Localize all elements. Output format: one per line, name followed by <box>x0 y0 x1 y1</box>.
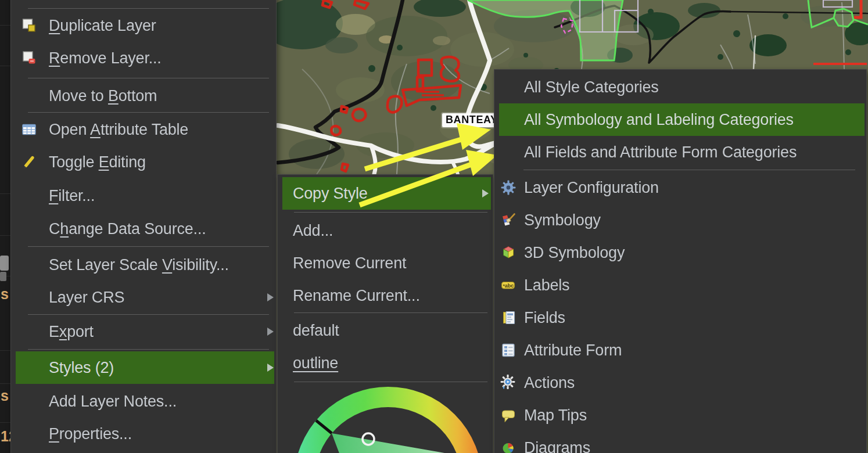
qgis-window: BANTEAY s s 12 Duplicate LayerRemove Lay… <box>0 0 868 453</box>
menu-item-label: Remove Layer... <box>49 49 162 67</box>
attribute-form-icon <box>500 342 517 358</box>
label-mnemonic: P <box>49 425 59 443</box>
menu-item-remove-current[interactable]: Remove Current <box>282 247 491 279</box>
menu-separator <box>28 112 269 113</box>
menu-item-style-outline[interactable]: outline <box>282 347 491 379</box>
menu-item-label: Diagrams <box>524 439 590 453</box>
menu-item-symbology[interactable]: Symbology <box>499 204 865 236</box>
menu-item-label: Properties... <box>49 425 132 443</box>
menu-item-copy-style[interactable]: Copy Style <box>282 177 491 210</box>
menu-item-add-layer-notes[interactable]: Add Layer Notes... <box>16 385 274 418</box>
menu-item-label: outline <box>293 354 338 372</box>
menu-separator <box>28 78 269 78</box>
submenu-arrow-icon <box>482 189 489 197</box>
label-pre: Layer Configuration <box>524 179 659 196</box>
panel-item-icon-fragment <box>0 272 6 281</box>
menu-item-actions[interactable]: Actions <box>499 366 865 399</box>
label-pre: Rename Current... <box>293 287 420 304</box>
menu-item-label: Styles (2) <box>49 359 114 377</box>
remove-layer-icon <box>21 50 37 66</box>
submenu-arrow-icon <box>267 293 274 301</box>
menu-item-label: All Fields and Attribute Form Categories <box>524 143 797 161</box>
menu-item-change-data-source[interactable]: Change Data Source... <box>16 213 274 245</box>
label-post: isibility... <box>172 256 229 274</box>
menu-item-layer-crs[interactable]: Layer CRS <box>16 281 274 314</box>
menu-item-label: Symbology <box>524 211 601 229</box>
submenu-arrow-icon <box>267 364 274 372</box>
menu-item-attribute-form[interactable]: Attribute Form <box>499 334 865 366</box>
menu-item-label: Duplicate Layer <box>49 17 156 35</box>
label-pre: Actions <box>524 374 575 391</box>
menu-separator <box>28 349 269 350</box>
menu-item-label: Toggle Editing <box>49 153 146 171</box>
menu-item-open-attribute-table[interactable]: Open Attribute Table <box>16 113 274 146</box>
menu-item-label: Set Layer Scale Visibility... <box>49 256 229 274</box>
label-post: ange Data Source... <box>69 220 206 238</box>
label-mnemonic: h <box>60 220 69 238</box>
duplicate-layer-icon <box>21 17 37 34</box>
layers-panel-edge: s s 12 <box>0 0 10 453</box>
menu-item-remove-layer[interactable]: Remove Layer... <box>16 42 274 74</box>
symbology-icon <box>500 212 517 228</box>
menu-item-label: Copy Style <box>293 185 368 203</box>
menu-item-set-layer-scale-visibility[interactable]: Set Layer Scale Visibility... <box>16 249 274 281</box>
menu-item-diagrams[interactable]: Diagrams <box>499 432 865 453</box>
layer-context-menu: Duplicate LayerRemove Layer...Move to Bo… <box>10 0 277 453</box>
menu-item-styles[interactable]: Styles (2) <box>16 351 274 384</box>
label-mnemonic: D <box>49 17 60 34</box>
menu-item-toggle-editing[interactable]: Toggle Editing <box>16 146 274 178</box>
attribute-table-icon <box>21 121 37 138</box>
menu-item-filter[interactable]: Filter... <box>16 179 274 212</box>
label-mnemonic: E <box>99 153 109 171</box>
menu-item-fields[interactable]: Fields <box>499 301 865 334</box>
menu-item-style-default[interactable]: default <box>282 314 491 347</box>
label-post: diting <box>109 153 145 171</box>
label-mnemonic: F <box>49 187 58 204</box>
menu-item-label: default <box>293 322 339 340</box>
menu-item-label: Labels <box>524 276 569 294</box>
3d-symbology-icon <box>500 245 517 261</box>
label-post: port <box>67 323 94 340</box>
layer-name-fragment: s <box>1 286 9 303</box>
menu-separator <box>294 312 487 313</box>
label-mnemonic: A <box>90 121 101 138</box>
label-pre: Add... <box>293 222 333 239</box>
panel-item-icon-fragment <box>0 256 9 271</box>
menu-item-label: Add Layer Notes... <box>49 393 177 411</box>
style-categories-submenu: All Style CategoriesAll Symbology and La… <box>494 69 867 453</box>
label-mnemonic: B <box>108 87 119 105</box>
menu-item-map-tips[interactable]: Map Tips <box>499 399 865 432</box>
menu-item-all-symbology-and-labeling-categories[interactable]: All Symbology and Labeling Categories <box>499 103 865 136</box>
color-wheel-selector[interactable] <box>363 433 374 445</box>
menu-item-add-style[interactable]: Add... <box>282 214 491 247</box>
menu-item-export[interactable]: Export <box>16 315 274 348</box>
menu-item-rename-current[interactable]: Rename Current... <box>282 279 491 312</box>
label-mnemonic: V <box>162 256 172 274</box>
layer-configuration-icon <box>500 179 517 196</box>
menu-item-layer-configuration[interactable]: Layer Configuration <box>499 171 865 204</box>
label-pre: Toggle <box>49 153 99 171</box>
menu-item-duplicate-layer[interactable]: Duplicate Layer <box>16 9 274 42</box>
menu-item-all-fields-and-attribute-form-categories[interactable]: All Fields and Attribute Form Categories <box>499 136 865 168</box>
label-pre: All Symbology and Labeling Categories <box>524 111 794 128</box>
menu-separator <box>294 382 487 382</box>
label-pre: Open <box>49 121 90 138</box>
label-post: ttribute Table <box>101 121 188 138</box>
menu-item-all-style-categories[interactable]: All Style Categories <box>499 71 865 103</box>
menu-item-move-to-bottom[interactable]: Move to Bottom <box>16 80 274 112</box>
menu-item-labels[interactable]: abcLabels <box>499 269 865 301</box>
menu-separator <box>28 246 269 247</box>
menu-item-label: Export <box>49 323 94 341</box>
label-pre: default <box>293 322 339 339</box>
label-pre: All Fields and Attribute Form Categories <box>524 143 797 161</box>
menu-item-properties[interactable]: Properties... <box>16 418 274 450</box>
labels-icon: abc <box>500 277 517 293</box>
styles-submenu: Copy StyleAdd...Remove CurrentRename Cur… <box>277 174 493 453</box>
label-pre: 3D Symbology <box>524 244 625 261</box>
menu-item-3d-symbology[interactable]: 3D Symbology <box>499 236 865 269</box>
menu-item-label: Attribute Form <box>524 341 622 359</box>
label-pre: Set Layer Scale <box>49 256 162 274</box>
svg-text:abc: abc <box>505 283 514 289</box>
fields-icon <box>500 310 517 326</box>
menu-separator <box>523 170 855 170</box>
